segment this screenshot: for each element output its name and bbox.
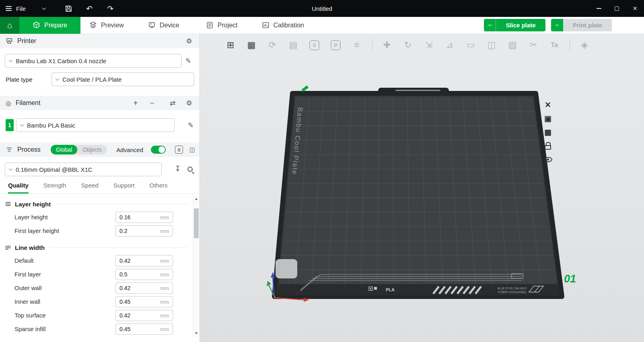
visibility-icon[interactable] xyxy=(541,154,554,165)
minimize-button[interactable] xyxy=(590,0,608,17)
param-unit: mm xyxy=(160,258,169,264)
tab-preview[interactable]: Preview xyxy=(88,17,126,34)
scroll-down-icon[interactable]: ▼ xyxy=(193,331,200,335)
home-button[interactable]: ⌂ xyxy=(0,17,19,34)
filament-section-header: ◎ Filament + − ⇄ ⚙ xyxy=(0,96,200,110)
param-input[interactable]: 0.5 mm xyxy=(115,269,173,280)
viewport-3d[interactable]: ⊞▦⟳▤0P≡✚↻⇲⊿▭◫▨✂Ta◈ ✕▣▦ PLA BLUE STICK CA… xyxy=(200,34,644,342)
param-input[interactable]: 0.42 mm xyxy=(115,282,173,294)
param-input[interactable]: 0.42 mm xyxy=(115,255,173,266)
slice-options-chevron-icon[interactable] xyxy=(484,19,496,31)
plate-type-select[interactable]: Cool Plate / PLA Plate xyxy=(51,72,194,86)
plate-settings-icon[interactable]: ▦ xyxy=(541,126,554,138)
tab-others[interactable]: Others xyxy=(150,182,168,194)
delete-plate-icon[interactable]: ✕ xyxy=(541,99,554,110)
tab-calibration[interactable]: Calibration xyxy=(260,17,306,34)
search-icon xyxy=(187,167,193,172)
filament-preset-select[interactable]: Bambu PLA Basic xyxy=(16,118,175,132)
param-label: Outer wall xyxy=(14,284,42,291)
assembly-icon[interactable]: ◈ xyxy=(577,38,592,52)
save-preset-icon[interactable]: ↧ xyxy=(175,164,181,173)
param-row-layer-height: Layer height 0.16 mm xyxy=(0,212,200,223)
remove-filament-icon[interactable]: − xyxy=(147,99,157,108)
printer-settings-gear-icon[interactable]: ⚙ xyxy=(184,37,194,45)
param-input[interactable]: 0.45 mm xyxy=(115,296,173,307)
save-button[interactable] xyxy=(63,3,74,14)
scope-objects-button[interactable]: Objects xyxy=(77,145,107,155)
tab-speed[interactable]: Speed xyxy=(81,182,99,194)
param-input[interactable]: 0.2 mm xyxy=(115,225,173,237)
filament-swap-icon[interactable]: ⇄ xyxy=(168,99,177,107)
add-model-icon[interactable]: ⊞ xyxy=(223,38,238,52)
lock-plate-icon[interactable] xyxy=(541,140,554,151)
tab-project[interactable]: Project xyxy=(204,17,239,34)
tab-strength[interactable]: Strength xyxy=(43,182,66,194)
parameter-panel: Layer height Layer height 0.16 mm First … xyxy=(0,195,200,342)
filament-edit-icon[interactable]: ✎ xyxy=(188,121,193,130)
wipe-tower-marker[interactable] xyxy=(276,259,297,278)
param-list-icon[interactable]: ≣ xyxy=(175,146,183,154)
measure-icon[interactable]: ▭ xyxy=(463,38,478,52)
paint-icon[interactable]: ▨ xyxy=(505,38,520,52)
split-plate-icon[interactable]: P xyxy=(331,40,341,50)
variable-layer-height-icon[interactable]: ≡ xyxy=(350,38,364,52)
plate-number-label[interactable]: 01 xyxy=(564,273,576,285)
process-preset-select[interactable]: 0.16mm Optimal @BBL X1C xyxy=(5,163,162,176)
printer-icon xyxy=(6,37,13,45)
scrollbar[interactable]: ▲ ▼ xyxy=(193,195,200,337)
print-plate-button[interactable]: Print plate xyxy=(551,19,612,31)
param-input[interactable]: 0.42 mm xyxy=(115,310,173,321)
file-menu-chevron-icon[interactable] xyxy=(42,6,46,10)
undo-icon: ↶ xyxy=(86,4,93,13)
tab-project-label: Project xyxy=(218,22,238,29)
printer-preset-select[interactable]: Bambu Lab X1 Carbon 0.4 nozzle xyxy=(5,54,182,68)
arrange-icon[interactable]: ▤ xyxy=(286,38,300,52)
hamburger-icon xyxy=(6,6,12,11)
filament-preset-value: Bambu PLA Basic xyxy=(27,122,75,129)
tab-device[interactable]: Device xyxy=(146,17,181,34)
viewport-toolbar: ⊞▦⟳▤0P≡✚↻⇲⊿▭◫▨✂Ta◈ xyxy=(223,36,598,54)
filament-settings-gear-icon[interactable]: ⚙ xyxy=(184,99,194,107)
print-options-chevron-icon[interactable] xyxy=(551,19,563,31)
close-button[interactable]: ✕ xyxy=(626,0,644,17)
auto-orient-icon[interactable]: ⟳ xyxy=(265,38,280,52)
rotate-icon[interactable]: ↻ xyxy=(401,38,415,52)
search-params-button[interactable] xyxy=(187,166,193,173)
toolbar-separator xyxy=(372,39,372,51)
printer-section-header: Printer ⚙ xyxy=(0,34,200,48)
tab-quality[interactable]: Quality xyxy=(8,182,29,194)
maximize-button[interactable] xyxy=(608,0,626,17)
plate-thumbnail-icon[interactable]: ▣ xyxy=(541,113,554,124)
text-icon[interactable]: Ta xyxy=(547,38,562,52)
add-plate-icon[interactable]: ▦ xyxy=(244,38,259,52)
param-unit: mm xyxy=(160,228,169,234)
param-unit: mm xyxy=(160,313,169,319)
plate-hint-line1: BLUE STICK CAN HELP. xyxy=(498,287,527,290)
add-filament-icon[interactable]: + xyxy=(131,99,140,108)
filament-slot-badge[interactable]: 1 xyxy=(6,119,14,131)
scene-3d[interactable]: PLA BLUE STICK CAN HELP. 专用胶棒可改善粘接和翘边 Ba… xyxy=(200,34,644,342)
build-plate-surface[interactable] xyxy=(279,97,557,284)
fill-bed-icon[interactable]: 0 xyxy=(309,40,319,50)
scroll-up-icon[interactable]: ▲ xyxy=(193,197,200,201)
param-input[interactable]: 0.16 mm xyxy=(115,212,173,223)
tab-support[interactable]: Support xyxy=(113,182,135,194)
process-section-header: Process Global Objects Advanced ≣ ◫ xyxy=(0,142,200,157)
param-columns-icon[interactable]: ◫ xyxy=(188,146,196,153)
undo-button[interactable]: ↶ xyxy=(84,3,95,14)
scrollbar-thumb[interactable] xyxy=(194,208,199,238)
slice-plate-button[interactable]: Slice plate xyxy=(484,19,545,31)
advanced-toggle[interactable] xyxy=(151,146,166,154)
scope-global-button[interactable]: Global xyxy=(51,145,77,155)
param-input[interactable]: 0.45 mm xyxy=(115,323,173,335)
lay-flat-icon[interactable]: ⊿ xyxy=(442,38,457,52)
move-icon[interactable]: ✚ xyxy=(380,38,394,52)
file-menu-button[interactable]: File xyxy=(0,0,31,17)
printer-edit-icon[interactable]: ✎ xyxy=(185,57,191,65)
redo-button[interactable]: ↷ xyxy=(105,3,115,14)
scale-icon[interactable]: ⇲ xyxy=(422,38,436,52)
cut-icon[interactable]: ✂ xyxy=(526,38,541,52)
tab-prepare[interactable]: Prepare xyxy=(19,17,80,34)
plate-material-label: PLA xyxy=(386,287,395,292)
mirror-icon[interactable]: ◫ xyxy=(484,38,499,52)
